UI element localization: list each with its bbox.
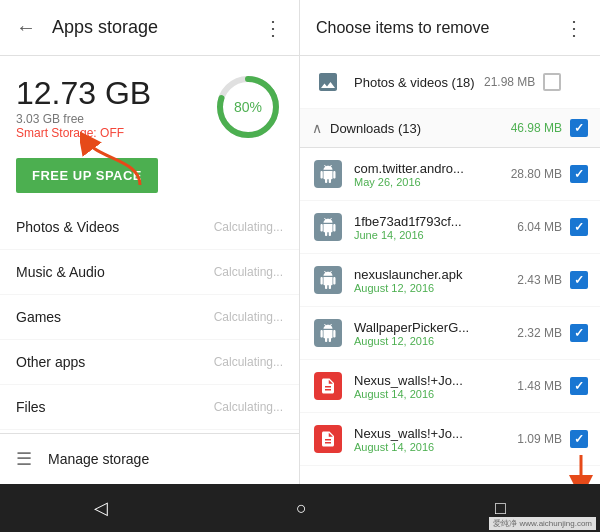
item-name: Nexus_walls!+Jo... [354,373,484,388]
category-name: Games [16,309,61,325]
app-icon [312,264,344,296]
storage-categories: Photos & Videos Calculating... Music & A… [0,205,299,433]
back-button[interactable]: ← [16,16,36,39]
photos-videos-row[interactable]: Photos & videos (18) 21.98 MB [300,56,600,109]
list-item[interactable]: Nexus_walls!+Jo... August 14, 2016 1.09 … [300,413,600,466]
watermark: 爱纯净 www.aichunjing.com [489,517,596,530]
app-icon [312,423,344,455]
downloads-label: Downloads (13) [330,121,511,136]
list-item[interactable]: nexuslauncher.apk August 12, 2016 2.43 M… [300,254,600,307]
chevron-up-icon: ∧ [312,120,322,136]
manage-storage-icon: ☰ [16,448,32,470]
category-files[interactable]: Files Calculating... [0,385,299,430]
left-more-button[interactable]: ⋮ [263,16,283,40]
storage-gb: 12.73 GB [16,75,151,112]
right-panel-title: Choose items to remove [316,19,564,37]
storage-circle-chart: 80% [213,72,283,142]
left-panel-title: Apps storage [52,17,263,38]
left-panel: ← Apps storage ⋮ 12.73 GB 3.03 GB free S… [0,0,300,484]
item-date: August 12, 2016 [354,282,517,294]
list-item[interactable]: Nexus_walls!+Jo... August 14, 2016 1.48 … [300,360,600,413]
item-info: com.twitter.andro... May 26, 2016 [354,161,511,188]
category-music-audio[interactable]: Music & Audio Calculating... [0,250,299,295]
category-calc: Calculating... [214,400,283,414]
category-calc: Calculating... [214,310,283,324]
photos-checkbox[interactable] [543,73,561,91]
item-date: August 14, 2016 [354,441,517,453]
item-info: 1fbe73ad1f793cf... June 14, 2016 [354,214,517,241]
storage-info: 12.73 GB 3.03 GB free Smart Storage: OFF… [0,56,299,150]
item-size: 28.80 MB [511,167,562,181]
photos-icon [312,66,344,98]
item-info: Nexus_walls!+Jo... August 14, 2016 [354,426,517,453]
circle-percent: 80% [234,99,262,115]
item-name: 1fbe73ad1f793cf... [354,214,484,229]
item-date: August 14, 2016 [354,388,517,400]
right-panel: Choose items to remove ⋮ Photos & videos… [300,0,600,484]
app-icon [312,211,344,243]
item-name: nexuslauncher.apk [354,267,484,282]
list-item[interactable]: WallpaperPickerG... August 12, 2016 2.32… [300,307,600,360]
photos-item-name: Photos & videos (18) [354,75,484,90]
manage-storage[interactable]: ☰ Manage storage [0,433,299,484]
storage-free: 3.03 GB free [16,112,151,126]
category-name: Other apps [16,354,85,370]
item-size: 1.09 MB [517,432,562,446]
home-nav-button[interactable]: ○ [276,490,327,527]
item-name: Nexus_walls!+Jo... [354,426,484,441]
manage-storage-label: Manage storage [48,451,149,467]
item-date: May 26, 2016 [354,176,511,188]
item-checkbox[interactable] [570,165,588,183]
item-info: WallpaperPickerG... August 12, 2016 [354,320,517,347]
list-item[interactable]: 1fbe73ad1f793cf... June 14, 2016 6.04 MB [300,201,600,254]
category-name: Files [16,399,46,415]
free-up-area: FREE UP SPACE [0,150,299,205]
photos-item-size: 21.98 MB [484,75,535,89]
category-calc: Calculating... [214,355,283,369]
category-other-apps[interactable]: Other apps Calculating... [0,340,299,385]
downloads-checkbox[interactable] [570,119,588,137]
item-size: 6.04 MB [517,220,562,234]
bottom-navigation: ◁ ○ □ 爱纯净 www.aichunjing.com [0,484,600,532]
storage-smart: Smart Storage: OFF [16,126,151,140]
app-icon [312,317,344,349]
category-games[interactable]: Games Calculating... [0,295,299,340]
app-icon [312,370,344,402]
item-date: August 12, 2016 [354,335,517,347]
item-checkbox[interactable] [570,271,588,289]
item-size: 1.48 MB [517,379,562,393]
downloads-header[interactable]: ∧ Downloads (13) 46.98 MB [300,109,600,148]
back-nav-button[interactable]: ◁ [74,489,128,527]
app-icon [312,158,344,190]
left-header: ← Apps storage ⋮ [0,0,299,56]
free-up-button[interactable]: FREE UP SPACE [16,158,158,193]
item-size: 2.32 MB [517,326,562,340]
item-checkbox[interactable] [570,430,588,448]
items-list: Photos & videos (18) 21.98 MB ∧ Download… [300,56,600,484]
storage-text: 12.73 GB 3.03 GB free Smart Storage: OFF [16,75,151,140]
category-calc: Calculating... [214,220,283,234]
item-size: 2.43 MB [517,273,562,287]
category-calc: Calculating... [214,265,283,279]
category-photos-videos[interactable]: Photos & Videos Calculating... [0,205,299,250]
item-checkbox[interactable] [570,324,588,342]
item-name: com.twitter.andro... [354,161,484,176]
item-info: nexuslauncher.apk August 12, 2016 [354,267,517,294]
item-checkbox[interactable] [570,218,588,236]
list-item[interactable]: com.twitter.andro... May 26, 2016 28.80 … [300,148,600,201]
right-more-button[interactable]: ⋮ [564,16,584,40]
right-header: Choose items to remove ⋮ [300,0,600,56]
downloads-size: 46.98 MB [511,121,562,135]
item-name: WallpaperPickerG... [354,320,484,335]
arrow-down-annotation [566,455,596,484]
item-date: June 14, 2016 [354,229,517,241]
item-info: Nexus_walls!+Jo... August 14, 2016 [354,373,517,400]
category-name: Photos & Videos [16,219,119,235]
item-checkbox[interactable] [570,377,588,395]
category-name: Music & Audio [16,264,105,280]
